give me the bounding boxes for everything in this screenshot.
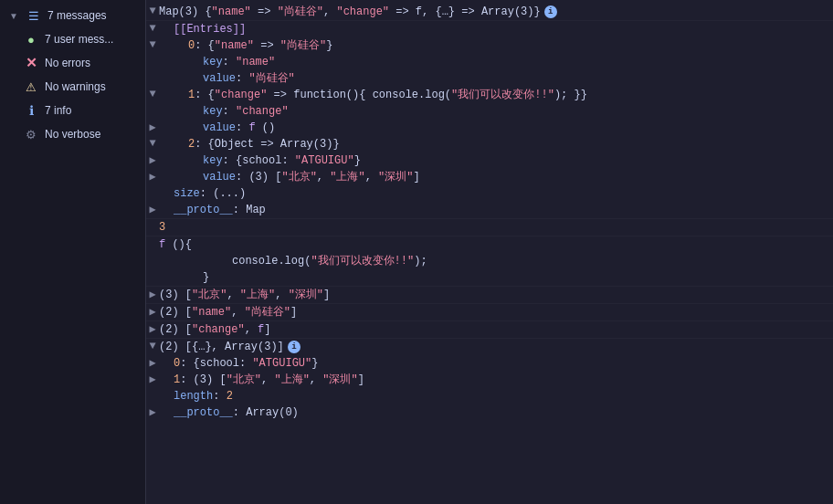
sidebar: ▼ ☰ 7 messages ● 7 user mess... ✕ No err…	[0, 0, 146, 504]
line-content: [[Entries]]	[159, 21, 833, 37]
expand-arrow[interactable]: ▼	[146, 37, 159, 51]
list-icon: ☰	[26, 8, 41, 23]
info-badge: i	[544, 5, 557, 18]
expand-arrow[interactable]: ▶	[146, 152, 159, 167]
no-arrow	[146, 388, 159, 402]
log-line-entry0-key: key: "name"	[146, 54, 833, 70]
log-line-arr3[interactable]: ▶ (3) ["北京", "上海", "深圳"]	[146, 287, 833, 304]
line-content: value: f ()	[159, 120, 833, 136]
verbose-icon: ⚙	[24, 127, 38, 142]
log-line-func-def: f (){	[146, 236, 833, 253]
log-line-arr2-obj-header[interactable]: ▼ (2) [{…}, Array(3)]i	[146, 339, 833, 355]
sidebar-item-label: 7 user mess...	[45, 33, 113, 46]
line-content: Map(3) {"name" => "尚硅谷", "change" => f, …	[159, 4, 833, 20]
expand-arrow[interactable]: ▼	[146, 136, 159, 150]
expand-arrow[interactable]: ▶	[146, 287, 159, 301]
line-content: value: (3) ["北京", "上海", "深圳"]	[159, 169, 833, 185]
no-arrow	[146, 219, 159, 233]
line-content: 1: {"change" => function(){ console.log(…	[159, 87, 833, 103]
log-line-size: size: (...)	[146, 185, 833, 202]
line-content: }	[159, 269, 833, 286]
log-line-arr2-obj-1[interactable]: ▶ 1: (3) ["北京", "上海", "深圳"]	[146, 372, 833, 388]
sidebar-item-label: 7 messages	[47, 9, 107, 22]
line-content: key: {school: "ATGUIGU"}	[159, 152, 833, 169]
expand-arrow[interactable]: ▶	[146, 304, 159, 319]
sidebar-item-label: No warnings	[45, 80, 106, 93]
log-line-entry2-key[interactable]: ▶ key: {school: "ATGUIGU"}	[146, 152, 833, 169]
log-line-entry0-value: value: "尚硅谷"	[146, 70, 833, 87]
expand-arrow[interactable]: ▶	[146, 321, 159, 336]
console-output: ▼ Map(3) {"name" => "尚硅谷", "change" => f…	[146, 0, 833, 504]
sidebar-item-messages[interactable]: ▼ ☰ 7 messages	[0, 4, 145, 27]
line-content: length: 2	[159, 388, 833, 404]
expand-arrow[interactable]: ▶	[146, 372, 159, 386]
expand-arrow[interactable]: ▶	[146, 120, 159, 134]
sidebar-item-errors[interactable]: ✕ No errors	[0, 51, 145, 75]
line-content: console.log("我们可以改变你!!");	[159, 253, 833, 269]
line-content: __proto__: Map	[159, 202, 833, 218]
expand-arrow[interactable]: ▶	[146, 202, 159, 216]
line-content: 3	[159, 219, 833, 236]
log-line-arr2-proto[interactable]: ▶ __proto__: Array(0)	[146, 404, 833, 421]
line-content: (2) ["name", "尚硅谷"]	[159, 304, 833, 320]
no-arrow	[146, 269, 159, 283]
log-line-entry2[interactable]: ▼ 2: {Object => Array(3)}	[146, 136, 833, 152]
line-content: (2) [{…}, Array(3)]i	[159, 339, 833, 355]
line-content: __proto__: Array(0)	[159, 404, 833, 421]
no-arrow	[146, 70, 159, 84]
log-line-proto-map[interactable]: ▶ __proto__: Map	[146, 202, 833, 219]
no-arrow	[146, 54, 159, 68]
sidebar-item-warnings[interactable]: ⚠ No warnings	[0, 75, 145, 99]
expand-arrow[interactable]: ▶	[146, 169, 159, 184]
chevron-icon: ▼	[9, 11, 18, 21]
expand-arrow[interactable]: ▶	[146, 404, 159, 419]
expand-arrow[interactable]: ▼	[146, 4, 159, 17]
sidebar-item-label: No errors	[45, 57, 90, 69]
sidebar-item-info[interactable]: ℹ 7 info	[0, 99, 145, 122]
expand-arrow[interactable]: ▼	[146, 87, 159, 100]
log-line-arr2-length: length: 2	[146, 388, 833, 404]
line-content: key: "name"	[159, 54, 833, 70]
info-badge: i	[288, 341, 301, 353]
log-line-entry1[interactable]: ▼ 1: {"change" => function(){ console.lo…	[146, 87, 833, 103]
no-arrow	[146, 103, 159, 117]
log-line-arr2-obj-0[interactable]: ▶ 0: {school: "ATGUIGU"}	[146, 355, 833, 372]
sidebar-item-label: No verbose	[45, 128, 100, 141]
warning-icon: ⚠	[24, 79, 38, 94]
log-line-num3: 3	[146, 219, 833, 236]
log-line-entry1-value[interactable]: ▶ value: f ()	[146, 120, 833, 136]
line-content: 0: {school: "ATGUIGU"}	[159, 355, 833, 372]
expand-arrow[interactable]: ▶	[146, 355, 159, 370]
log-line-arr2-change[interactable]: ▶ (2) ["change", f]	[146, 321, 833, 339]
log-line-entry1-key: key: "change"	[146, 103, 833, 120]
log-line-entry2-value[interactable]: ▶ value: (3) ["北京", "上海", "深圳"]	[146, 169, 833, 185]
no-arrow	[146, 236, 159, 250]
line-content: (2) ["change", f]	[159, 321, 833, 338]
log-line-entry0[interactable]: ▼ 0: {"name" => "尚硅谷"}	[146, 37, 833, 54]
log-line-arr2-name[interactable]: ▶ (2) ["name", "尚硅谷"]	[146, 304, 833, 321]
line-content: key: "change"	[159, 103, 833, 120]
line-content: value: "尚硅谷"	[159, 70, 833, 87]
line-content: f (){	[159, 236, 833, 253]
info-icon: ℹ	[24, 103, 38, 118]
log-line-entries[interactable]: ▼ [[Entries]]	[146, 21, 833, 37]
line-content: 2: {Object => Array(3)}	[159, 136, 833, 152]
expand-arrow[interactable]: ▼	[146, 21, 159, 35]
log-line-func-close: }	[146, 269, 833, 287]
log-line-func-body: console.log("我们可以改变你!!");	[146, 253, 833, 269]
no-arrow	[146, 253, 159, 267]
error-icon: ✕	[24, 56, 38, 70]
expand-arrow[interactable]: ▼	[146, 339, 159, 352]
no-arrow	[146, 185, 159, 199]
line-content: 1: (3) ["北京", "上海", "深圳"]	[159, 372, 833, 388]
line-content: 0: {"name" => "尚硅谷"}	[159, 37, 833, 54]
line-content: (3) ["北京", "上海", "深圳"]	[159, 287, 833, 303]
sidebar-item-verbose[interactable]: ⚙ No verbose	[0, 122, 145, 146]
log-line-map-header[interactable]: ▼ Map(3) {"name" => "尚硅谷", "change" => f…	[146, 4, 833, 21]
user-icon: ●	[24, 32, 38, 47]
sidebar-item-user-messages[interactable]: ● 7 user mess...	[0, 27, 145, 51]
sidebar-item-label: 7 info	[45, 104, 71, 117]
line-content: size: (...)	[159, 185, 833, 202]
